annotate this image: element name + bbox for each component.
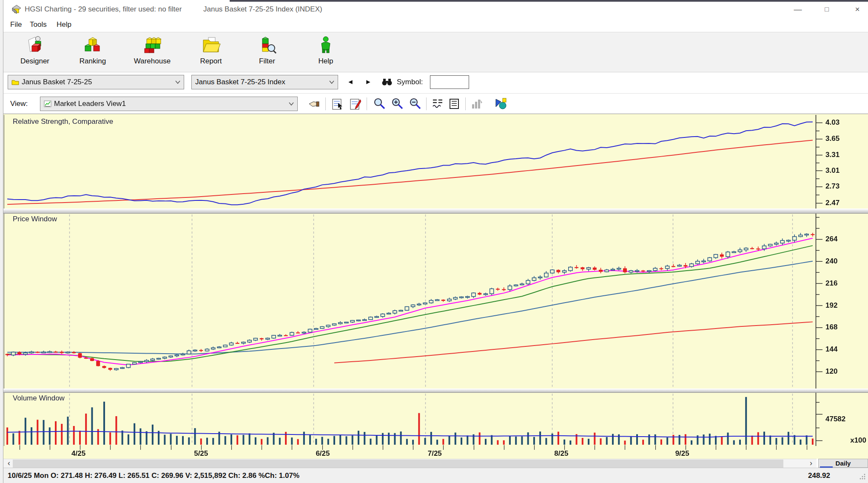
designer-icon — [25, 35, 45, 54]
view-label: View: — [10, 94, 28, 114]
document-title: Janus Basket 7-25-25 Index (INDEX) — [203, 0, 322, 19]
statusbar: 10/6/25 Mon O: 271.48 H: 276.49 L: 265.5… — [0, 468, 868, 483]
cursor-price-value: 248.92 — [808, 468, 830, 483]
report-list-icon — [449, 98, 459, 109]
zoom-out-button[interactable] — [407, 97, 424, 111]
app-window: HGSI Charting - 29 securities, filter us… — [0, 0, 868, 483]
maximize-button[interactable]: □ — [817, 3, 837, 16]
toolbar-separator — [325, 97, 326, 110]
chevron-down-icon — [329, 80, 334, 84]
toolbar-label: Warehouse — [130, 57, 174, 66]
view-bar: View: Market Leaders View1 — [3, 93, 868, 114]
filter-icon — [257, 35, 277, 54]
menubar: File Tools Help — [3, 19, 868, 31]
report-view-button[interactable] — [447, 97, 462, 111]
chart-icon — [44, 100, 51, 107]
background-window-top-edge — [230, 0, 868, 2]
quote-readout: 10/6/25 Mon O: 271.48 H: 276.49 L: 265.5… — [8, 468, 299, 483]
chart-style-icon — [494, 97, 508, 110]
toolbar-button-report[interactable]: Report — [189, 35, 233, 71]
timeframe-underline — [820, 466, 833, 468]
selector-bar: Janus Basket 7-25-25 Janus Basket 7-25-2… — [3, 73, 868, 92]
toolbar-button-filter[interactable]: Filter — [245, 35, 289, 71]
indicator-lines-icon — [432, 98, 444, 109]
view-combobox-value: Market Leaders View1 — [54, 100, 126, 108]
find-symbol-button[interactable] — [379, 76, 395, 89]
edit-pencil-icon — [349, 98, 361, 110]
panel-splitter[interactable] — [3, 209, 868, 214]
window-title: HGSI Charting - 29 securities, filter us… — [25, 0, 182, 19]
close-button[interactable]: × — [848, 3, 867, 16]
folder-icon — [11, 79, 19, 85]
volume-axis-label: 47582 — [825, 415, 845, 423]
menu-item-help[interactable]: Help — [54, 19, 74, 31]
toolbar-label: Report — [189, 57, 233, 66]
index-combobox-value: Janus Basket 7-25-25 Index — [195, 78, 285, 86]
toolbar-separator — [465, 97, 466, 110]
previous-security-button[interactable]: ◂ — [344, 76, 357, 89]
report-icon — [201, 35, 221, 54]
warehouse-icon — [142, 35, 162, 54]
chart-area-border — [3, 114, 868, 114]
toolbar-separator — [367, 97, 367, 110]
zoom-tool-button[interactable] — [371, 97, 388, 111]
menu-item-file[interactable]: File — [8, 19, 24, 31]
chart-style-button[interactable] — [492, 97, 510, 111]
rs-panel-title: Relative Strength, Comparative — [13, 117, 113, 126]
toolbar-label: Filter — [245, 57, 289, 66]
chart-disabled-button — [469, 97, 485, 111]
panel-splitter[interactable] — [3, 389, 868, 393]
scrollbar-thumb[interactable] — [13, 460, 783, 468]
edit-chart-button[interactable] — [347, 97, 363, 111]
help-icon — [316, 35, 336, 54]
properties-sheet-icon — [331, 98, 343, 110]
toolbar-button-warehouse[interactable]: Warehouse — [130, 35, 174, 71]
next-security-button[interactable]: ▸ — [361, 76, 375, 89]
price-panel-title: Price Window — [13, 215, 57, 223]
basket-combobox-value: Janus Basket 7-25-25 — [22, 78, 92, 86]
toolbar-separator — [426, 97, 427, 110]
main-toolbar: Designer Ranking — [3, 32, 868, 72]
volume-axis-unit: x100 — [850, 436, 866, 445]
view-combobox[interactable]: Market Leaders View1 — [40, 97, 298, 111]
pointing-hand-icon — [308, 99, 319, 109]
scroll-left-button[interactable]: ‹ — [4, 459, 14, 468]
toolbar-label: Help — [304, 57, 348, 66]
chevron-down-icon — [175, 80, 180, 84]
toolbar-button-help[interactable]: Help — [304, 35, 348, 71]
toolbar-button-designer[interactable]: Designer — [13, 35, 57, 71]
resize-grip[interactable] — [859, 473, 866, 480]
minimize-button[interactable]: — — [788, 3, 808, 16]
basket-combobox[interactable]: Janus Basket 7-25-25 — [8, 75, 184, 89]
toolbar-label: Ranking — [71, 57, 115, 66]
titlebar: HGSI Charting - 29 securities, filter us… — [3, 0, 868, 19]
toolbar-label: Designer — [13, 57, 57, 66]
zoom-out-icon — [409, 97, 421, 110]
symbol-input[interactable] — [430, 75, 469, 89]
zoom-in-button[interactable] — [389, 97, 406, 111]
symbol-label: Symbol: — [397, 75, 423, 89]
menu-item-tools[interactable]: Tools — [27, 19, 49, 31]
background-window-edge — [0, 0, 3, 483]
index-combobox[interactable]: Janus Basket 7-25-25 Index — [191, 75, 338, 89]
scroll-right-button[interactable]: › — [806, 459, 816, 468]
indicator-settings-button[interactable] — [430, 97, 446, 111]
chart-properties-button[interactable] — [329, 97, 345, 111]
zoom-in-icon — [391, 97, 404, 110]
toolbar-button-ranking[interactable]: Ranking — [71, 35, 115, 71]
horizontal-scrollbar[interactable]: ‹ › — [3, 459, 817, 468]
chevron-down-icon — [289, 102, 294, 106]
volume-panel-title: Volume Window — [13, 394, 65, 403]
magnifier-icon — [373, 97, 386, 110]
binoculars-icon — [381, 77, 393, 86]
bar-chart-gray-icon — [471, 98, 483, 109]
ranking-icon — [83, 35, 102, 54]
pointer-tool-button[interactable] — [306, 97, 322, 111]
app-icon — [11, 4, 22, 15]
